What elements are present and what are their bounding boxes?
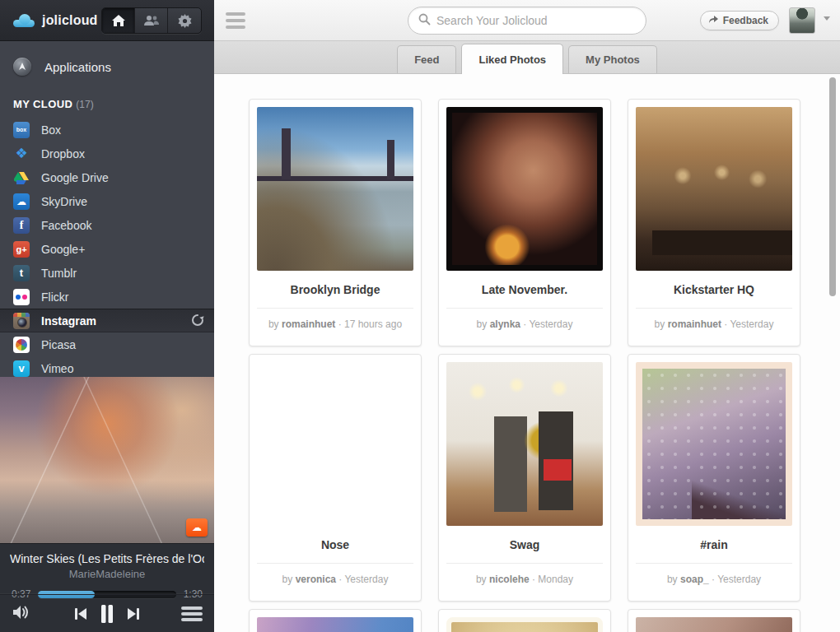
track-title: Winter Skies (Les Petits Frères de l'Océ… xyxy=(10,552,204,565)
photo-time: 17 hours ago xyxy=(344,318,402,330)
soundcloud-icon: ☁ xyxy=(186,518,208,537)
home-icon xyxy=(111,14,126,27)
photo-time: Yesterday xyxy=(717,574,761,585)
photo-title: Swag xyxy=(446,526,603,564)
tab-feed[interactable]: Feed xyxy=(397,45,456,73)
sidebar-item-dropbox[interactable]: ❖ Dropbox xyxy=(0,142,214,165)
sidebar-item-label: Flickr xyxy=(41,290,68,304)
section-count: (17) xyxy=(76,99,93,110)
feedback-button[interactable]: Feedback xyxy=(700,11,779,30)
sidebar-item-skydrive[interactable]: ☁ SkyDrive xyxy=(0,189,214,213)
photo-username: nicolehe xyxy=(489,574,530,585)
photo-title: Kickstarter HQ xyxy=(636,271,792,309)
sidebar-header: jolicloud xyxy=(0,0,214,41)
queue-icon[interactable] xyxy=(181,606,203,621)
photo-thumbnail xyxy=(257,107,413,271)
nav-settings-button[interactable] xyxy=(168,8,201,33)
photo-byline: by soap_ · Yesterday xyxy=(636,564,792,593)
photo-card[interactable]: Kickstarter HQ by romainhuet · Yesterday xyxy=(628,99,800,346)
google-drive-icon xyxy=(13,170,30,186)
photo-title: #rain xyxy=(636,526,792,564)
nav-people-button[interactable] xyxy=(135,8,168,33)
pause-button[interactable] xyxy=(100,605,114,623)
photo-card[interactable] xyxy=(438,609,611,632)
sidebar-item-google-drive[interactable]: Google Drive xyxy=(0,165,214,189)
flickr-icon xyxy=(13,289,30,305)
volume-icon[interactable] xyxy=(12,604,31,624)
sidebar-item-label: Applications xyxy=(44,60,111,74)
gear-icon xyxy=(178,14,192,28)
dropbox-icon: ❖ xyxy=(13,146,30,162)
cloud-logo-icon xyxy=(13,14,35,27)
photo-time: Yesterday xyxy=(344,574,388,585)
photo-thumbnail xyxy=(257,617,413,632)
photo-byline: by nicolehe · Monday xyxy=(446,564,603,593)
photo-card[interactable]: Late November. by alynka · Yesterday xyxy=(438,99,611,346)
photo-thumbnail xyxy=(446,617,603,632)
photo-card[interactable] xyxy=(249,609,422,632)
photo-username: alynka xyxy=(490,318,520,330)
photo-grid: Brooklyn Bridge by romainhuet · 17 hours… xyxy=(214,74,840,632)
sidebar-item-label: Google+ xyxy=(41,243,85,256)
my-cloud-section-header: MY CLOUD(17) xyxy=(0,85,214,118)
top-bar: Feedback xyxy=(214,0,840,41)
sidebar-item-googleplus[interactable]: g+ Google+ xyxy=(0,237,214,261)
main-area: Feedback Feed Liked Photos My Photos Bro… xyxy=(214,0,840,632)
photo-byline: by veronica · Yesterday xyxy=(257,564,413,593)
sidebar-item-tumblr[interactable]: t Tumblr xyxy=(0,261,214,285)
sidebar-item-instagram[interactable]: Instagram xyxy=(0,309,214,332)
photo-card[interactable]: Swag by nicolehe · Monday xyxy=(438,354,611,602)
tab-my-photos[interactable]: My Photos xyxy=(568,45,657,73)
transport-controls xyxy=(75,605,139,623)
album-artwork[interactable]: ☁ xyxy=(0,377,214,543)
tab-strip: Feed Liked Photos My Photos xyxy=(214,41,840,74)
photo-card[interactable]: Nose by veronica · Yesterday xyxy=(249,354,422,602)
sidebar-item-label: Dropbox xyxy=(41,147,85,160)
photo-thumbnail xyxy=(257,362,413,526)
main-nav xyxy=(101,7,202,34)
tumblr-icon: t xyxy=(13,265,30,281)
previous-button[interactable] xyxy=(75,607,87,620)
chevron-down-icon[interactable] xyxy=(824,16,830,21)
tab-liked-photos[interactable]: Liked Photos xyxy=(461,44,563,74)
photo-title: Brooklyn Bridge xyxy=(257,271,413,309)
photo-card[interactable]: #rain by soap_ · Yesterday xyxy=(628,354,800,602)
app-name: jolicloud xyxy=(42,13,98,28)
search-icon xyxy=(418,13,431,29)
people-icon xyxy=(143,15,160,26)
avatar[interactable] xyxy=(789,7,815,34)
track-artist: MarieMadeleine xyxy=(10,568,204,580)
photo-title: Late November. xyxy=(446,271,603,309)
sidebar-list: Applications MY CLOUD(17) box Box ❖ Drop… xyxy=(0,42,214,377)
sidebar-item-label: SkyDrive xyxy=(41,195,87,208)
search-input[interactable] xyxy=(436,14,636,27)
sidebar-item-label: Facebook xyxy=(41,219,91,232)
jolicloud-logo[interactable]: jolicloud xyxy=(0,13,98,28)
nav-home-button[interactable] xyxy=(102,8,135,33)
sidebar-item-label: Instagram xyxy=(41,314,96,328)
sidebar-item-label: Vimeo xyxy=(41,362,73,375)
sidebar-item-box[interactable]: box Box xyxy=(0,118,214,142)
next-button[interactable] xyxy=(127,607,139,620)
player-controls xyxy=(0,594,214,632)
sidebar-item-facebook[interactable]: f Facebook xyxy=(0,213,214,237)
photo-card[interactable] xyxy=(628,609,800,632)
sidebar-item-label: Tumblr xyxy=(41,267,77,280)
sidebar-item-flickr[interactable]: Flickr xyxy=(0,285,214,309)
photo-username: romainhuet xyxy=(282,318,335,330)
music-player: ☁ Winter Skies (Les Petits Frères de l'O… xyxy=(0,377,214,632)
photo-thumbnail xyxy=(636,107,792,271)
sidebar: jolicloud xyxy=(0,0,214,632)
menu-icon[interactable] xyxy=(226,12,245,29)
sidebar-item-label: Picasa xyxy=(41,338,76,351)
feedback-label: Feedback xyxy=(723,15,768,26)
sidebar-item-picasa[interactable]: Picasa xyxy=(0,332,214,356)
scrollbar-thumb[interactable] xyxy=(829,77,836,296)
photo-card[interactable]: Brooklyn Bridge by romainhuet · 17 hours… xyxy=(249,99,422,346)
sync-icon xyxy=(191,314,204,330)
section-title: MY CLOUD xyxy=(13,98,72,110)
picasa-icon xyxy=(13,337,30,353)
photo-username: veronica xyxy=(296,574,336,585)
skydrive-icon: ☁ xyxy=(13,193,30,210)
sidebar-item-applications[interactable]: Applications xyxy=(0,49,214,85)
